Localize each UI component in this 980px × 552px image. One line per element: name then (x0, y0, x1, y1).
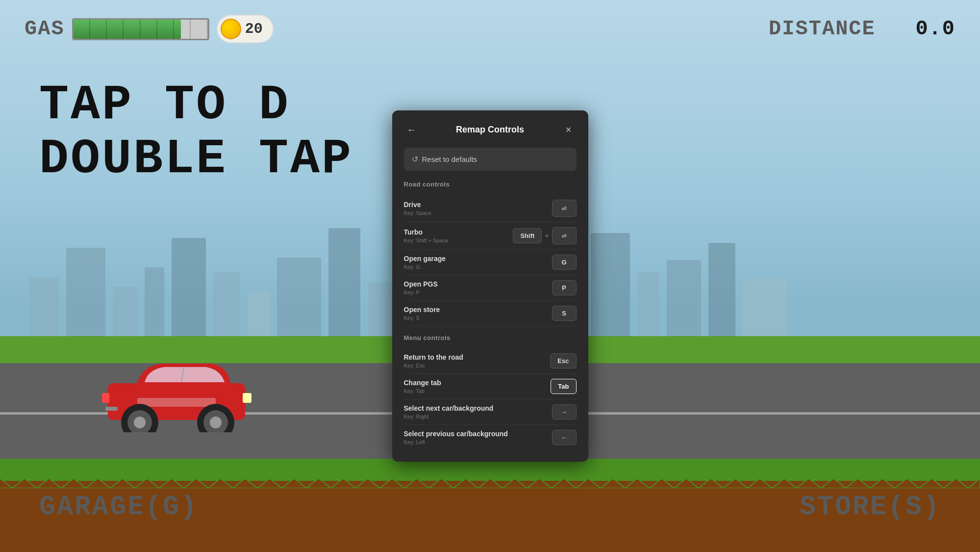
return-key-label: Esc (557, 357, 569, 365)
svg-rect-11 (105, 407, 118, 411)
turbo-shift-button[interactable]: Shift (513, 228, 542, 243)
store-info: Open store Key: S (404, 306, 552, 321)
control-row-turbo: Turbo Key: Shift + Space Shift + ⏎ (404, 222, 577, 250)
next-info: Select next car/background Key: Right (404, 404, 552, 420)
distance-value: 0.0 (915, 17, 955, 41)
return-name: Return to the road (404, 353, 551, 361)
game-big-text: TAP TO D DOUBLE TAP (39, 79, 353, 186)
bottom-label-store: STORE(S) (800, 492, 941, 523)
gas-seg-5 (141, 20, 157, 39)
distance-label: DISTANCE (769, 17, 876, 41)
gas-seg-2 (90, 20, 107, 39)
pgs-key-button[interactable]: P (552, 280, 577, 295)
drive-key: Key: Space (404, 210, 552, 216)
prev-info: Select previous car/background Key: Left (404, 430, 552, 445)
pgs-name: Open PGS (404, 280, 552, 288)
gas-seg-6 (157, 20, 174, 39)
turbo-shift-label: Shift (520, 232, 534, 239)
gas-seg-3 (107, 20, 124, 39)
section-gap (404, 326, 577, 334)
modal-close-button[interactable]: × (561, 122, 577, 138)
next-key-button[interactable]: → (552, 404, 577, 420)
garage-key-button[interactable]: G (552, 255, 577, 270)
big-text-line1: TAP TO D (39, 79, 353, 132)
section-road-label: Road controls (404, 181, 577, 188)
bottom-label-garage: GARAGE(G) (39, 492, 198, 523)
drive-info: Drive Key: Space (404, 201, 552, 216)
garage-info: Open garage Key: G (404, 255, 552, 270)
turbo-key: Key: Shift + Space (404, 237, 513, 243)
garage-key-label: G (561, 259, 566, 266)
store-name: Open store (404, 306, 552, 314)
tab-info: Change tab Key: Tab (404, 379, 551, 394)
distance-display: DISTANCE 0.0 (769, 17, 955, 41)
remap-controls-modal: ← Remap Controls × ↺ Reset to defaults R… (392, 110, 588, 462)
prev-key-button[interactable]: ← (552, 430, 577, 445)
next-key: Key: Right (404, 414, 552, 420)
gas-seg-4 (124, 20, 140, 39)
hud-top: GAS 20 DISTANCE 0.0 (25, 15, 955, 43)
tab-key-button[interactable]: Tab (551, 379, 576, 394)
gas-bar-segments (74, 20, 208, 39)
store-key-button[interactable]: S (552, 306, 577, 321)
modal-back-button[interactable]: ← (404, 122, 420, 138)
control-row-next: Select next car/background Key: Right → (404, 399, 577, 425)
prev-key: Key: Left (404, 439, 552, 445)
turbo-plus-symbol: + (545, 232, 549, 239)
svg-point-5 (134, 417, 146, 428)
tab-name: Change tab (404, 379, 551, 387)
coin-icon (221, 19, 241, 39)
control-row-store: Open store Key: S S (404, 301, 577, 326)
drive-name: Drive (404, 201, 552, 209)
tab-key-label: Tab (558, 383, 569, 390)
reset-defaults-button[interactable]: ↺ Reset to defaults (404, 148, 577, 171)
car-svg (98, 354, 255, 432)
svg-rect-10 (102, 393, 109, 403)
control-row-prev: Select previous car/background Key: Left… (404, 425, 577, 450)
svg-rect-2 (137, 398, 216, 407)
garage-key: Key: G (404, 264, 552, 270)
control-row-garage: Open garage Key: G G (404, 250, 577, 275)
turbo-key-combo: Shift + ⏎ (513, 227, 576, 244)
svg-rect-9 (243, 393, 251, 403)
big-text-line2: DOUBLE TAP (39, 132, 353, 186)
turbo-name: Turbo (404, 228, 513, 236)
back-icon: ← (407, 124, 417, 135)
drive-key-enter: ⏎ (562, 204, 567, 213)
gas-container: GAS 20 (25, 15, 274, 43)
control-row-pgs: Open PGS Key: P P (404, 275, 577, 301)
gas-label: GAS (25, 17, 65, 41)
next-key-label: → (561, 408, 567, 416)
turbo-space-button[interactable]: ⏎ (552, 227, 577, 244)
close-icon: × (566, 124, 572, 135)
next-name: Select next car/background (404, 404, 552, 412)
coin-display: 20 (217, 15, 274, 43)
prev-name: Select previous car/background (404, 430, 552, 438)
return-info: Return to the road Key: Esc (404, 353, 551, 368)
modal-scroll-area[interactable]: Road controls Drive Key: Space ⏎ (404, 181, 577, 450)
gas-seg-7 (174, 20, 191, 39)
return-key: Key: Esc (404, 363, 551, 368)
pgs-key-label: P (562, 284, 566, 291)
store-key-label: S (562, 310, 566, 317)
car-container (98, 354, 255, 434)
tab-key: Key: Tab (404, 388, 551, 394)
pgs-info: Open PGS Key: P (404, 280, 552, 295)
reset-icon: ↺ (412, 155, 418, 164)
gas-bar (72, 18, 209, 40)
gas-seg-8 (191, 20, 207, 39)
garage-name: Open garage (404, 255, 552, 263)
store-key: Key: S (404, 315, 552, 321)
drive-key-button[interactable]: ⏎ (552, 200, 577, 217)
coin-value: 20 (245, 21, 263, 37)
svg-point-8 (210, 417, 222, 428)
return-key-button[interactable]: Esc (550, 353, 576, 368)
control-row-return: Return to the road Key: Esc Esc (404, 348, 577, 374)
control-row-tab: Change tab Key: Tab Tab (404, 374, 577, 399)
reset-label: Reset to defaults (422, 155, 477, 163)
gas-seg-1 (74, 20, 90, 39)
turbo-space-key: ⏎ (562, 231, 567, 240)
control-row-drive: Drive Key: Space ⏎ (404, 195, 577, 222)
section-menu-label: Menu controls (404, 334, 577, 342)
modal-header: ← Remap Controls × (404, 122, 577, 138)
